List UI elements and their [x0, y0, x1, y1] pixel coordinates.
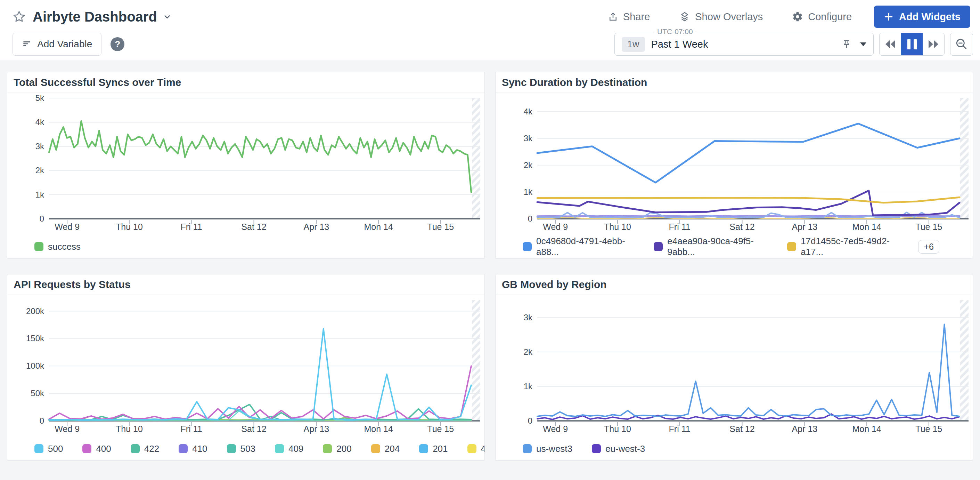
svg-text:Fri 11: Fri 11 [669, 222, 690, 232]
legend-item[interactable]: 500 [34, 443, 63, 454]
svg-text:4k: 4k [524, 107, 533, 116]
add-variable-label: Add Variable [37, 38, 92, 50]
widget-gb-moved-by-region: GB Moved by Region 01k2k3kWed 9Thu 10Fri… [495, 274, 973, 461]
chart-canvas-api-requests[interactable]: 050k100k150k200kWed 9Thu 10Fri 11Sat 12A… [7, 295, 484, 435]
time-range-label: Past 1 Week [651, 38, 708, 50]
svg-text:Mon 14: Mon 14 [852, 222, 881, 232]
toolbar-row: Add Variable ? UTC-07:00 1w Past 1 Week [0, 33, 980, 56]
svg-text:0: 0 [528, 214, 532, 223]
svg-text:100k: 100k [26, 361, 45, 370]
pause-icon [907, 39, 917, 49]
chart-canvas-gb-moved[interactable]: 01k2k3kWed 9Thu 10Fri 11Sat 12Apr 13Mon … [496, 295, 973, 435]
svg-text:1k: 1k [524, 187, 533, 196]
svg-text:Thu 10: Thu 10 [604, 222, 631, 232]
svg-text:Tue 15: Tue 15 [427, 222, 454, 232]
overlays-icon [679, 11, 690, 22]
legend-item[interactable]: e4aea90a-90ca-49f5-9abb... [654, 236, 768, 257]
time-controls: UTC-07:00 1w Past 1 Week [614, 33, 973, 56]
legend-color-chip [419, 444, 428, 453]
svg-text:Sat 12: Sat 12 [729, 222, 754, 232]
legend-color-chip [179, 444, 188, 453]
legend-item[interactable]: 201 [419, 443, 448, 454]
zoom-out-button[interactable] [950, 33, 973, 56]
help-icon[interactable]: ? [110, 37, 124, 51]
legend-label: 17d1455c-7ed5-49d2-a17... [801, 236, 899, 257]
legend-label: 201 [433, 443, 448, 454]
svg-text:Apr 13: Apr 13 [792, 222, 818, 232]
legend-item[interactable]: eu-west-3 [592, 443, 645, 454]
chevron-down-icon[interactable] [162, 11, 172, 22]
chart-legend: us-west3eu-west-3 [496, 435, 973, 460]
svg-text:Mon 14: Mon 14 [364, 222, 393, 232]
widget-api-requests-by-status: API Requests by Status 050k100k150k200kW… [7, 274, 485, 461]
svg-text:Apr 13: Apr 13 [304, 222, 329, 232]
legend-item[interactable]: 422 [130, 443, 159, 454]
svg-text:Fri 11: Fri 11 [181, 222, 202, 232]
chart-legend: 0c49680d-4791-4ebb-a88...e4aea90a-90ca-4… [496, 233, 973, 258]
svg-text:Apr 13: Apr 13 [792, 424, 818, 434]
time-range-picker[interactable]: UTC-07:00 1w Past 1 Week [614, 33, 873, 56]
svg-text:Fri 11: Fri 11 [181, 424, 202, 434]
legend-item[interactable]: 400 [82, 443, 111, 454]
show-overlays-button[interactable]: Show Overlays [679, 11, 763, 22]
share-button[interactable]: Share [608, 11, 650, 22]
title-row: Airbyte Dashboard Share Show Overlays Co… [0, 0, 980, 30]
legend-more-badge[interactable]: +6 [918, 240, 939, 254]
legend-color-chip [275, 444, 284, 453]
legend-item[interactable]: success [34, 241, 81, 252]
legend-item[interactable]: 410 [179, 443, 207, 454]
legend-color-chip [227, 444, 236, 453]
svg-text:Thu 10: Thu 10 [116, 424, 143, 434]
legend-label: e4aea90a-90ca-49f5-9abb... [667, 236, 768, 257]
widget-title: Total Successful Syncs over Time [7, 72, 484, 93]
svg-text:Wed 9: Wed 9 [543, 424, 568, 434]
chart-legend: success [7, 233, 484, 258]
legend-label: 503 [240, 443, 255, 454]
chart-canvas-syncs[interactable]: 01k2k3k4k5kWed 9Thu 10Fri 11Sat 12Apr 13… [7, 93, 484, 233]
legend-item[interactable]: 503 [227, 443, 255, 454]
svg-text:Wed 9: Wed 9 [543, 222, 568, 232]
legend-item[interactable]: 409 [275, 443, 303, 454]
svg-text:4k: 4k [35, 117, 45, 127]
zoom-out-icon [955, 38, 968, 50]
legend-label: 403 [481, 443, 485, 454]
pause-button[interactable] [901, 33, 923, 55]
svg-text:3k: 3k [524, 134, 533, 143]
caret-down-icon[interactable] [860, 42, 866, 46]
legend-label: 409 [288, 443, 303, 454]
legend-item[interactable]: 403 [468, 443, 485, 454]
svg-text:0: 0 [40, 214, 44, 223]
step-forward-button[interactable] [923, 33, 944, 55]
svg-text:Mon 14: Mon 14 [364, 424, 393, 434]
legend-color-chip [34, 242, 43, 251]
svg-text:2k: 2k [524, 347, 533, 357]
svg-text:Apr 13: Apr 13 [304, 424, 329, 434]
pin-icon[interactable] [842, 38, 852, 50]
legend-item[interactable]: 0c49680d-4791-4ebb-a88... [523, 236, 634, 257]
svg-text:Thu 10: Thu 10 [116, 222, 143, 232]
step-back-button[interactable] [880, 33, 901, 55]
configure-label: Configure [808, 11, 852, 22]
add-variable-button[interactable]: Add Variable [13, 33, 102, 56]
star-icon[interactable] [13, 10, 26, 23]
chart-canvas-sync-duration[interactable]: 01k2k3k4kWed 9Thu 10Fri 11Sat 12Apr 13Mo… [496, 93, 973, 233]
svg-text:Sat 12: Sat 12 [241, 424, 266, 434]
svg-text:Tue 15: Tue 15 [915, 424, 942, 434]
legend-item[interactable]: 204 [371, 443, 399, 454]
add-widgets-button[interactable]: Add Widgets [874, 6, 970, 28]
svg-text:Thu 10: Thu 10 [604, 424, 631, 434]
legend-label: success [48, 241, 81, 252]
legend-item[interactable]: us-west3 [523, 443, 572, 454]
svg-text:1k: 1k [524, 381, 533, 391]
legend-color-chip [592, 444, 601, 453]
svg-text:Wed 9: Wed 9 [54, 222, 80, 232]
legend-label: 200 [336, 443, 352, 454]
svg-text:Sat 12: Sat 12 [729, 424, 754, 434]
legend-item[interactable]: 200 [323, 443, 352, 454]
legend-item[interactable]: 17d1455c-7ed5-49d2-a17... [787, 236, 899, 257]
configure-button[interactable]: Configure [792, 11, 852, 22]
fast-forward-icon [928, 39, 939, 49]
time-shortcut-pill[interactable]: 1w [622, 37, 645, 52]
plus-icon [884, 12, 894, 22]
svg-text:Fri 11: Fri 11 [669, 424, 690, 434]
